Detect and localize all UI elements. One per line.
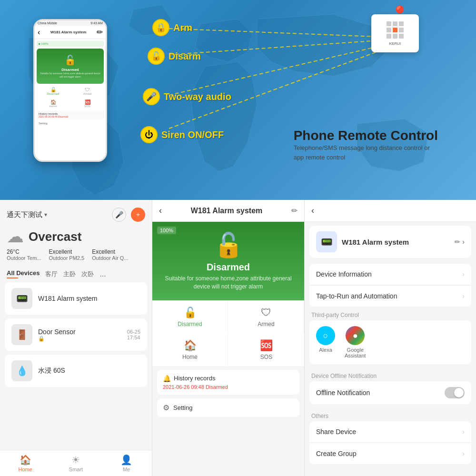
feature-arm: 🔒 Arm (152, 19, 192, 36)
rc-title: Phone Remote Control (294, 128, 438, 143)
alarm-hist-date: 2021-06-26 09:48 Disarmed (163, 384, 294, 390)
third-party-icons: ○ Alexa ● GoogleAssistant (316, 326, 465, 358)
alarm-back-icon[interactable]: ‹ (159, 206, 162, 216)
bottom-nav: 🏠 Home ☀ Smart 👤 Me (0, 450, 152, 476)
location-selector[interactable]: 通天下测试 ▾ (7, 210, 47, 219)
siren-label: Siren ON/OFF (161, 129, 224, 140)
pm25-label: Outdoor PM2.5 (49, 255, 85, 261)
phone-nav-buttons: 🔓Disarmed 🛡Armed 🏠Home 🆘SOS (37, 86, 104, 109)
nav-me[interactable]: 👤 Me (101, 454, 152, 472)
settings-edit-icon[interactable]: ✏ › (455, 238, 465, 246)
phone-btn-home: 🏠Home (37, 98, 69, 109)
filter-more-icon[interactable]: ... (99, 270, 106, 278)
menu-automation-label: Tap-to-Run and Automation (316, 292, 397, 300)
settings-menu-device-info[interactable]: Device Information › (309, 264, 471, 285)
feature-audio: 🎤 Two-way audio (143, 88, 231, 105)
home-nav-icon: 🏠 (20, 454, 31, 466)
alarm-main: 100% 🔓 Disarmed Suitable for someone hom… (152, 222, 304, 476)
google-assistant-icon: ● (346, 326, 365, 345)
armed-ctrl-icon: 🛡 (261, 307, 271, 319)
chevron-right-icon-3: › (462, 428, 465, 436)
offline-toggle[interactable] (445, 387, 465, 398)
settings-menu-automation[interactable]: Tap-to-Run and Automation › (309, 285, 471, 307)
disarmed-ctrl-label: Disarmed (178, 321, 202, 327)
panel-home: 通天下测试 ▾ 🎤 ＋ ☁ Overcast 26°C Outdoor Tem.… (0, 200, 152, 476)
settings-header: ‹ (305, 200, 476, 222)
phone-status-screen: 🔓 Disarmed Suitable for someone home,zon… (37, 49, 104, 84)
smart-nav-icon: ☀ (71, 454, 80, 466)
nav-home-label: Home (18, 466, 32, 472)
settings-device-info: 📟 W181 Alarm system ✏ › (309, 226, 471, 258)
filter-all[interactable]: All Devices (7, 269, 40, 278)
audio-label: Two-way audio (164, 91, 231, 102)
top-banner: China Mobile 9:43 AM ‹ W181 Alarm system… (0, 0, 476, 200)
add-device-icon[interactable]: ＋ (131, 208, 145, 222)
nav-smart[interactable]: ☀ Smart (50, 454, 101, 472)
settings-menu-share[interactable]: Share Device › (309, 421, 471, 442)
alexa-item[interactable]: ○ Alexa (316, 326, 335, 358)
phone-btn-armed: 🛡Armed (71, 86, 104, 97)
alarm-lock-icon: 🔓 (162, 231, 295, 259)
phone-alarm-title: W181 Alarm system (50, 30, 86, 34)
alarm-ctrl-armed[interactable]: 🛡 Armed (228, 301, 304, 333)
device-info-alarm: W181 Alarm system (38, 295, 140, 302)
battery-indicator: 100% (157, 227, 176, 234)
panel-alarm: ‹ W181 Alarm system ✏ 100% 🔓 Disarmed Su… (152, 200, 305, 476)
alarm-ctrl-home[interactable]: 🏠 Home (152, 334, 228, 366)
create-group-label: Create Group (316, 450, 357, 457)
arm-label: Arm (173, 22, 192, 33)
alarm-setting[interactable]: ⚙ Setting (157, 398, 299, 417)
phone-battery: ■ 100% (37, 41, 104, 47)
remote-control-section: Phone Remote Control Telephone/SMS messa… (294, 128, 438, 162)
device-item-alarm[interactable]: 📟 W181 Alarm system (5, 282, 147, 315)
temp-value: 26°C (7, 248, 41, 255)
device-item-water[interactable]: 💧 水浸 60S (5, 355, 147, 387)
home-header: 通天下测试 ▾ 🎤 ＋ (0, 200, 152, 227)
chevron-right-icon-4: › (462, 450, 465, 457)
device-icon-door: 🚪 (11, 324, 32, 345)
google-item[interactable]: ● GoogleAssistant (345, 326, 366, 358)
nav-home[interactable]: 🏠 Home (0, 454, 50, 472)
siren-icon: ⏻ (140, 126, 158, 143)
phone-lock-icon: 🔓 (40, 54, 101, 66)
phone-status-bar: China Mobile 9:43 AM (35, 20, 106, 26)
settings-device-name: W181 Alarm system (342, 238, 450, 246)
chevron-down-icon: ▾ (44, 211, 47, 218)
disarm-icon: 🔓 (148, 48, 165, 65)
mic-icon[interactable]: 🎤 (112, 208, 126, 222)
alarm-status-area: 100% 🔓 Disarmed Suitable for someone hom… (152, 222, 304, 300)
home-ctrl-label: Home (182, 354, 198, 360)
phone-header: ‹ W181 Alarm system ✏ (35, 26, 106, 39)
weather-details: 26°C Outdoor Tem... Excellent Outdoor PM… (7, 248, 145, 261)
temp-label: Outdoor Tem... (7, 255, 41, 261)
device-info-door: Door Sensor 🔒 (38, 328, 121, 342)
alarm-history[interactable]: 🔔 History records 2021-06-26 09:48 Disar… (157, 370, 299, 395)
armed-ctrl-label: Armed (258, 321, 274, 327)
filter-second[interactable]: 次卧 (81, 270, 94, 278)
phone-history: History records 2021-06-26 09:48 Disarme… (37, 111, 104, 119)
feature-disarm: 🔓 Disarm (148, 48, 201, 65)
location-name: 通天下测试 (7, 210, 42, 219)
alarm-edit-icon[interactable]: ✏ (291, 206, 298, 215)
device-name-water: 水浸 60S (38, 367, 140, 375)
device-time-door: 06-2517:54 (127, 329, 140, 340)
filter-master[interactable]: 主卧 (63, 270, 76, 278)
device-item-door[interactable]: 🚪 Door Sensor 🔒 06-2517:54 (5, 318, 147, 351)
settings-menu-group[interactable]: Create Group › (309, 443, 471, 464)
third-party-section: ○ Alexa ● GoogleAssistant (309, 320, 471, 364)
filter-living[interactable]: 客厅 (45, 270, 58, 278)
me-nav-icon: 👤 (120, 454, 132, 466)
weather-pm25: Excellent Outdoor PM2.5 (49, 248, 85, 261)
device-name-door: Door Sensor (38, 328, 121, 336)
weather-section: ☁ Overcast 26°C Outdoor Tem... Excellent… (0, 227, 152, 266)
menu-device-info-label: Device Information (316, 270, 372, 278)
alarm-ctrl-sos[interactable]: 🆘 SOS (228, 334, 304, 366)
phone-btn-disarmed: 🔓Disarmed (37, 86, 69, 97)
product-image: KERUI (371, 14, 419, 52)
phone-disarmed: Disarmed (40, 68, 101, 72)
settings-back-icon[interactable]: ‹ (311, 206, 314, 216)
alarm-ctrl-disarmed[interactable]: 🔓 Disarmed (152, 301, 228, 333)
disarmed-ctrl-icon: 🔓 (184, 307, 197, 319)
third-party-label: Third-party Control (305, 307, 476, 320)
disarm-label: Disarm (169, 51, 201, 62)
